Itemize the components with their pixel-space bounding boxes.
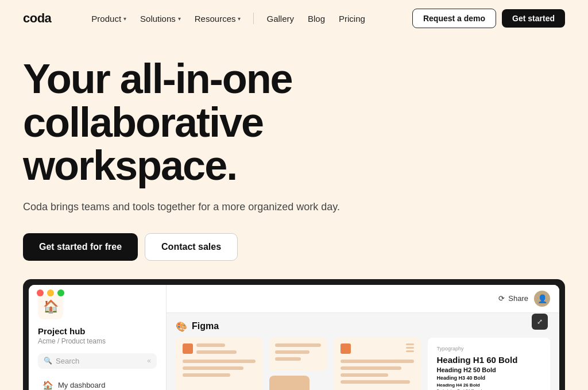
sidebar-search-box[interactable]: 🔍 Search « xyxy=(38,353,157,369)
hero-buttons: Get started for free Contact sales xyxy=(23,233,565,261)
sidebar-project-name: Project hub xyxy=(38,326,157,336)
hero-subtitle: Coda brings teams and tools together for… xyxy=(23,199,345,215)
figma-icon: 🎨 xyxy=(176,321,187,332)
nav-item-resources[interactable]: Resources ▾ xyxy=(189,10,247,27)
nav-label-solutions: Solutions xyxy=(140,14,176,24)
wireframe-middle xyxy=(269,338,327,390)
nav-link-gallery[interactable]: Gallery xyxy=(261,10,300,27)
navbar: coda Product ▾ Solutions ▾ Resources ▾ G… xyxy=(0,0,588,37)
sidebar-workspace-icon: 🏠 xyxy=(38,294,63,319)
app-main-header: ⟳ Share 👤 xyxy=(167,285,559,313)
chevron-down-icon: ▾ xyxy=(178,16,181,22)
wireframe-card-3: Ether xyxy=(334,338,420,390)
app-preview: 🏠 Project hub Acme / Product teams 🔍 Sea… xyxy=(23,279,565,390)
wf-line xyxy=(275,357,301,361)
wireframe-area: form xyxy=(167,338,559,390)
wf-menu-icon xyxy=(406,343,414,354)
wf-icon-block xyxy=(183,343,193,354)
nav-links: Product ▾ Solutions ▾ Resources ▾ Galler… xyxy=(86,10,412,27)
nav-item-product[interactable]: Product ▾ xyxy=(86,10,132,27)
wf-line xyxy=(341,380,410,384)
typography-h4: Heading H4 26 Bold xyxy=(437,383,541,388)
hero-title: Your all-in-one collaborative workspace. xyxy=(23,57,425,188)
nav-right: Request a demo Get started xyxy=(412,9,565,28)
wf-line xyxy=(341,373,388,377)
typography-section-label: Typography xyxy=(437,346,541,352)
wf-line xyxy=(183,373,230,377)
app-window: 🏠 Project hub Acme / Product teams 🔍 Sea… xyxy=(29,285,559,390)
window-controls xyxy=(37,289,64,296)
wireframe-card-1: form xyxy=(176,338,262,390)
wf-line xyxy=(275,350,310,354)
workspace-emoji-icon: 🏠 xyxy=(43,299,59,314)
expand-button[interactable]: ⤢ xyxy=(532,314,548,330)
wf-line xyxy=(275,343,321,347)
nav-divider xyxy=(253,13,254,24)
sidebar-collapse-icon[interactable]: « xyxy=(147,357,151,365)
hero-section: Your all-in-one collaborative workspace.… xyxy=(0,37,588,279)
share-button[interactable]: ⟳ Share xyxy=(498,294,528,303)
share-label: Share xyxy=(508,294,528,303)
close-window-button[interactable] xyxy=(37,289,44,296)
wireframe-card-2a xyxy=(269,338,327,371)
sidebar-project-path: Acme / Product teams xyxy=(38,337,157,345)
brand-logo[interactable]: coda xyxy=(23,11,51,26)
request-demo-button[interactable]: Request a demo xyxy=(412,9,496,28)
chevron-down-icon: ▾ xyxy=(238,16,241,22)
nav-link-blog[interactable]: Blog xyxy=(302,10,331,27)
app-sidebar: 🏠 Project hub Acme / Product teams 🔍 Sea… xyxy=(29,285,167,390)
nav-label-product: Product xyxy=(91,14,121,24)
wf-line xyxy=(196,343,225,347)
maximize-window-button[interactable] xyxy=(57,289,64,296)
wf-line xyxy=(183,366,243,370)
search-icon: 🔍 xyxy=(44,357,52,365)
share-icon: ⟳ xyxy=(498,294,505,303)
typography-card: Typography Heading H1 60 Bold Heading H2… xyxy=(428,338,551,390)
get-started-nav-button[interactable]: Get started xyxy=(502,9,565,28)
wf-line xyxy=(196,350,237,354)
sidebar-item-dashboard-label: My dashboard xyxy=(58,381,105,389)
wf-line xyxy=(341,366,401,370)
app-main-content: ⟳ Share 👤 🎨 Figma form xyxy=(167,285,559,390)
wf-icon-block xyxy=(341,343,351,354)
user-avatar[interactable]: 👤 xyxy=(534,291,550,307)
figma-label: Figma xyxy=(192,321,219,331)
nav-item-solutions[interactable]: Solutions ▾ xyxy=(134,10,187,27)
wf-line xyxy=(183,360,256,363)
app-main-page-title: 🎨 Figma xyxy=(167,313,559,338)
wireframe-tall-card xyxy=(269,376,310,390)
typography-h1: Heading H1 60 Bold xyxy=(437,355,541,365)
typography-h3: Heading H3 40 Bold xyxy=(437,375,541,381)
nav-label-resources: Resources xyxy=(195,14,236,24)
chevron-down-icon: ▾ xyxy=(123,16,126,22)
dashboard-icon: 🏠 xyxy=(42,380,53,390)
nav-link-pricing[interactable]: Pricing xyxy=(333,10,371,27)
get-started-free-button[interactable]: Get started for free xyxy=(23,233,138,261)
contact-sales-button[interactable]: Contact sales xyxy=(145,233,238,261)
wf-line xyxy=(341,360,413,363)
sidebar-search-placeholder: Search xyxy=(56,357,79,365)
minimize-window-button[interactable] xyxy=(47,289,54,296)
sidebar-item-dashboard[interactable]: 🏠 My dashboard xyxy=(38,377,157,390)
typography-h2: Heading H2 50 Bold xyxy=(437,366,541,373)
